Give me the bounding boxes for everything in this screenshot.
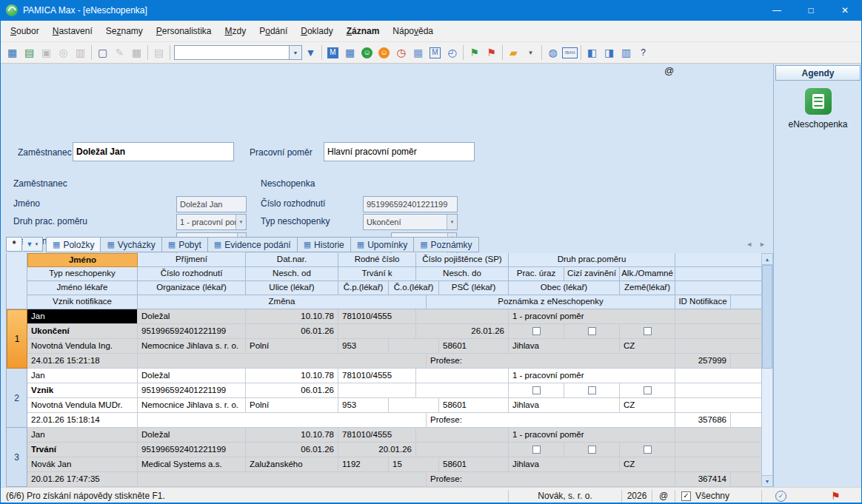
grid-cell[interactable]: CZ bbox=[620, 339, 675, 354]
quick-search-dropdown-icon[interactable]: ▼ bbox=[290, 45, 302, 60]
personnel-m-icon[interactable]: M bbox=[324, 44, 341, 61]
homebanking-icon[interactable]: ◍ bbox=[544, 44, 561, 61]
grid-cell[interactable]: Novák Jan bbox=[27, 457, 138, 472]
grid-cell[interactable]: Polní bbox=[246, 398, 338, 413]
attendance-clock-icon[interactable]: ◷ bbox=[392, 44, 410, 61]
new-record-icon[interactable]: ▢ bbox=[94, 44, 111, 61]
menu-item[interactable]: Nápověda bbox=[386, 22, 440, 40]
column-header[interactable]: Ulice (lékař) bbox=[246, 281, 338, 295]
decision-number-field[interactable]: 951996592401221199 bbox=[363, 196, 458, 212]
grid-cell[interactable] bbox=[138, 472, 427, 487]
grid-cell[interactable] bbox=[138, 413, 427, 428]
grid-cell[interactable]: 781010/4555 bbox=[338, 428, 416, 443]
employees-green-icon[interactable]: ☺ bbox=[358, 44, 375, 61]
column-header[interactable]: Č.o.(lékař) bbox=[389, 281, 439, 295]
scroll-up-icon[interactable]: ▲ bbox=[762, 254, 772, 265]
menu-item[interactable]: Záznam bbox=[340, 22, 387, 40]
grid-cell[interactable] bbox=[416, 383, 509, 398]
column-header[interactable]: Trvání k bbox=[338, 267, 416, 281]
verified-check-icon[interactable]: ✓ bbox=[775, 491, 786, 502]
agenda-eneschopenka[interactable]: eNeschopenka bbox=[774, 88, 862, 130]
incapacity-type-select[interactable]: Ukončení ▼ bbox=[363, 214, 458, 230]
tab-scroll-left-icon[interactable]: ◄ bbox=[746, 241, 752, 248]
grid-cell[interactable] bbox=[416, 309, 509, 324]
column-header[interactable]: Typ neschopenky bbox=[27, 267, 138, 281]
grid-cell[interactable]: 58601 bbox=[439, 398, 509, 413]
menu-item[interactable]: Mzdy bbox=[218, 22, 253, 40]
record-flag-icon[interactable]: ⚑ bbox=[831, 490, 841, 502]
grid-cell[interactable]: Zalužanského bbox=[246, 457, 338, 472]
column-header[interactable]: Obec (lékař) bbox=[509, 281, 620, 295]
edit-record-icon[interactable]: ✎ bbox=[111, 44, 128, 61]
documents-folder-icon[interactable]: ▰ bbox=[505, 44, 522, 61]
menu-item[interactable]: Doklady bbox=[294, 22, 339, 40]
scroll-down-icon[interactable]: ▼ bbox=[762, 475, 772, 486]
grid-cell[interactable]: 26.01.26 bbox=[416, 324, 509, 339]
grid-cell[interactable]: Trvání bbox=[27, 443, 138, 457]
quick-search-input[interactable] bbox=[174, 45, 290, 60]
company-name[interactable]: Novák, s. r. o. bbox=[509, 488, 621, 504]
grid-cell[interactable]: 1 - pracovní poměr bbox=[509, 428, 675, 443]
employment-type-field[interactable]: Hlavní pracovní poměr bbox=[324, 142, 475, 161]
scrollbar-track[interactable] bbox=[762, 265, 772, 475]
grid-cell[interactable]: Profese: bbox=[427, 354, 675, 369]
green-flag-icon[interactable]: ⚑ bbox=[466, 44, 483, 61]
grid-cell[interactable]: 951996592401221199 bbox=[138, 324, 246, 339]
column-header[interactable]: Alk./Omamné bbox=[620, 267, 675, 281]
grid-cell[interactable] bbox=[338, 383, 416, 398]
grid-cell[interactable]: Novotná Vendula MUDr. bbox=[27, 398, 138, 413]
grid-checkbox-cell[interactable] bbox=[620, 383, 675, 398]
grid-cell[interactable]: CZ bbox=[620, 457, 675, 472]
column-header[interactable]: Jméno bbox=[27, 253, 138, 267]
grid-checkbox-cell[interactable] bbox=[564, 443, 620, 457]
panel-grid-icon[interactable]: ▥ bbox=[618, 44, 635, 61]
close-button[interactable]: ✕ bbox=[828, 0, 862, 21]
grid-checkbox-cell[interactable] bbox=[620, 324, 675, 339]
context-help-icon[interactable]: ? bbox=[635, 44, 652, 61]
grid-cell[interactable]: 951996592401221199 bbox=[138, 383, 246, 398]
column-header[interactable]: Organizace (lékař) bbox=[138, 281, 246, 295]
grid-cell[interactable]: 1 - pracovní poměr bbox=[509, 369, 675, 383]
column-header[interactable]: ID Notifikace bbox=[675, 295, 731, 309]
menu-item[interactable]: Personalistika bbox=[150, 22, 218, 40]
grid-cell[interactable]: 257999 bbox=[675, 354, 731, 369]
row-number[interactable]: 1 bbox=[7, 309, 27, 369]
grid-cell[interactable]: 58601 bbox=[439, 457, 509, 472]
column-header[interactable]: PSČ (lékař) bbox=[439, 281, 509, 295]
grid-cell[interactable] bbox=[416, 428, 509, 443]
column-header[interactable]: Země(lékař) bbox=[620, 281, 675, 295]
grid-cell[interactable]: 10.10.78 bbox=[246, 428, 338, 443]
menu-item[interactable]: Seznamy bbox=[99, 22, 150, 40]
column-header[interactable]: Vznik notifikace bbox=[27, 295, 138, 309]
tab-item[interactable]: ▦Vycházky bbox=[101, 237, 161, 252]
grid-checkbox-cell[interactable] bbox=[509, 443, 564, 457]
grid-cell[interactable]: 20.01.26 bbox=[338, 443, 416, 457]
maximize-button[interactable]: □ bbox=[794, 0, 828, 21]
column-header[interactable]: Nesch. do bbox=[416, 267, 509, 281]
column-header[interactable]: Druh prac.poměru bbox=[509, 253, 675, 267]
column-header[interactable]: Nesch. od bbox=[246, 267, 338, 281]
tab-item[interactable]: ▦Položky bbox=[46, 237, 101, 252]
grid-cell[interactable]: 1192 bbox=[338, 457, 389, 472]
grid-checkbox-cell[interactable] bbox=[620, 443, 675, 457]
red-flag-icon[interactable]: ⚑ bbox=[483, 44, 500, 61]
copy-record-icon[interactable]: ▤ bbox=[150, 44, 167, 61]
column-header[interactable]: Poznámka z eNeschopenky bbox=[427, 295, 675, 309]
grid-cell[interactable] bbox=[389, 398, 439, 413]
column-header[interactable]: Cizí zavinění bbox=[564, 267, 620, 281]
new-tab-button[interactable]: * bbox=[6, 237, 22, 252]
row-number[interactable]: 2 bbox=[7, 369, 27, 428]
export-icon[interactable]: ▥ bbox=[72, 44, 89, 61]
grid-cell[interactable] bbox=[389, 339, 439, 354]
agenda-window-icon[interactable]: ▤ bbox=[21, 44, 38, 61]
table-filter-button[interactable]: ▼ ▼ bbox=[23, 237, 43, 252]
dropdown-arrow-icon[interactable]: ▼ bbox=[235, 215, 246, 229]
column-header[interactable]: Jméno lékaře bbox=[27, 281, 138, 295]
employment-kind-select[interactable]: 1 - pracovní poměr ▼ bbox=[176, 214, 247, 230]
grid-cell[interactable]: Doležal bbox=[138, 428, 246, 443]
column-header[interactable]: Rodné číslo bbox=[338, 253, 416, 267]
grid-cell[interactable]: 10.10.78 bbox=[246, 309, 338, 324]
grid-checkbox-cell[interactable] bbox=[509, 383, 564, 398]
grid-cell[interactable]: 58601 bbox=[439, 339, 509, 354]
grid-cell[interactable]: Profese: bbox=[427, 472, 675, 487]
